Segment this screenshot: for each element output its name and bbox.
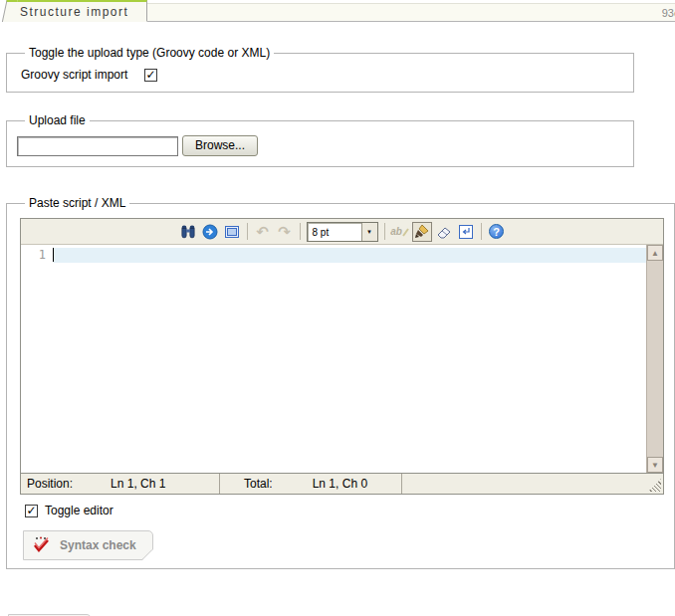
fullscreen-icon[interactable] (222, 222, 242, 242)
chevron-down-icon[interactable]: ▼ (361, 223, 377, 241)
highlight-icon[interactable] (412, 222, 432, 242)
total-label: Total: (244, 477, 273, 491)
redo-icon[interactable]: ↷ (275, 222, 295, 242)
groovy-import-label: Groovy script import (17, 68, 144, 82)
font-size-value: 8 pt (308, 223, 361, 241)
corner-text: 93e (662, 7, 675, 19)
text-caret (53, 248, 54, 262)
toggle-editor-checkbox[interactable]: ✓ (25, 505, 38, 517)
total-value: Ln 1, Ch 0 (313, 477, 367, 491)
status-position-cell: Position: Ln 1, Ch 1 (21, 474, 220, 494)
scroll-down-icon[interactable]: ▼ (647, 457, 663, 473)
editor-toolbar: ↶ ↷ 8 pt ▼ ab (21, 219, 663, 244)
syntax-check-button[interactable]: Syntax check (23, 530, 153, 560)
scroll-up-icon[interactable]: ▲ (647, 245, 663, 261)
tab-label: Structure import (20, 5, 128, 19)
current-line-highlight (53, 248, 646, 263)
reset-highlight-icon[interactable] (434, 222, 454, 242)
groovy-import-checkbox[interactable]: ✓ (144, 69, 157, 82)
toolbar-separator (300, 223, 301, 240)
editor-status-bar: Position: Ln 1, Ch 1 Total: Ln 1, Ch 0 (21, 473, 663, 494)
syntax-check-label: Syntax check (60, 538, 136, 552)
line-number-gutter: 1 (21, 245, 53, 473)
font-size-select[interactable]: 8 pt ▼ (307, 222, 378, 242)
code-editor: ↶ ↷ 8 pt ▼ ab (20, 218, 664, 495)
status-total-cell: Total: Ln 1, Ch 0 (220, 474, 402, 494)
paste-script-section: Paste script / XML (6, 196, 675, 569)
paste-script-legend: Paste script / XML (25, 196, 129, 210)
line-number: 1 (39, 248, 46, 262)
search-icon[interactable] (178, 222, 198, 242)
vertical-scrollbar[interactable]: ▲ ▼ (646, 245, 663, 473)
upload-file-section: Upload file Browse... (6, 113, 634, 167)
toolbar-separator (247, 223, 248, 240)
check-icon: ✓ (145, 70, 155, 81)
toggle-editor-label: Toggle editor (45, 504, 113, 517)
tab-bar-strip: 93e (127, 3, 675, 22)
resize-grip[interactable] (648, 479, 661, 492)
undo-icon[interactable]: ↶ (253, 222, 273, 242)
upload-type-legend: Toggle the upload type (Groovy code or X… (25, 46, 274, 60)
tab-bar: 93e Structure import (0, 0, 675, 22)
smooth-selection-icon[interactable]: ab (390, 222, 410, 242)
button-fold-line (141, 549, 152, 560)
upload-type-section: Toggle the upload type (Groovy code or X… (6, 46, 634, 93)
upload-file-legend: Upload file (25, 113, 90, 127)
toolbar-separator (384, 223, 385, 240)
status-filler-cell (402, 474, 663, 494)
check-icon: ✓ (26, 506, 36, 516)
file-path-input[interactable] (17, 136, 178, 156)
code-input-area[interactable] (53, 245, 646, 473)
position-value: Ln 1, Ch 1 (111, 477, 165, 491)
go-to-line-icon[interactable] (200, 222, 220, 242)
help-icon[interactable]: ? (487, 222, 507, 242)
browse-button[interactable]: Browse... (182, 135, 258, 156)
word-wrap-icon[interactable] (456, 222, 476, 242)
editor-body: 1 ▲ ▼ (21, 244, 663, 473)
toolbar-separator (481, 223, 482, 240)
position-label: Position: (27, 477, 73, 491)
syntax-check-icon (32, 536, 51, 553)
tab-structure-import[interactable]: Structure import (8, 0, 147, 22)
